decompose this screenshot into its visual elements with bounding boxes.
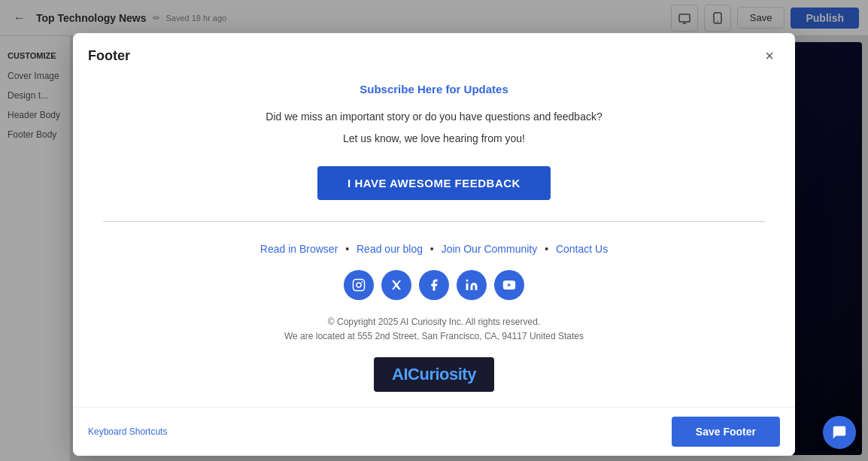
modal-close-button[interactable]: ×: [759, 45, 780, 66]
brand-name-suffix: Curiosity: [408, 365, 476, 384]
copyright-line-1: © Copyright 2025 AI Curiosity Inc. All r…: [103, 315, 765, 329]
modal-footer: Keyboard Shortcuts Save Footer: [73, 407, 795, 456]
twitter-icon-button[interactable]: [381, 270, 411, 300]
join-community-link[interactable]: Join Our Community: [442, 243, 538, 255]
feedback-button[interactable]: I HAVE AWESOME FEEDBACK: [317, 166, 551, 200]
footer-preview: Subscribe Here for Updates Did we miss a…: [103, 83, 765, 392]
contact-us-link[interactable]: Contact Us: [556, 243, 608, 255]
chat-icon: [831, 424, 848, 441]
instagram-icon-button[interactable]: [344, 270, 374, 300]
twitter-icon: [390, 278, 403, 292]
instagram-icon: [352, 278, 366, 292]
youtube-icon: [502, 278, 516, 292]
modal-header: Footer ×: [73, 33, 795, 75]
facebook-icon: [427, 278, 441, 292]
copyright-line-2: We are located at 555 2nd Street, San Fr…: [103, 329, 765, 344]
svg-point-9: [466, 280, 469, 282]
svg-point-7: [361, 281, 363, 283]
svg-rect-8: [466, 284, 469, 290]
link-separator-3: •: [545, 243, 551, 255]
divider: [103, 221, 765, 222]
read-browser-link[interactable]: Read in Browser: [260, 243, 338, 255]
read-blog-link[interactable]: Read our blog: [357, 243, 423, 255]
svg-point-6: [357, 283, 361, 287]
footer-description-1: Did we miss an important story or do you…: [103, 109, 765, 125]
facebook-icon-button[interactable]: [419, 270, 449, 300]
modal-body: Subscribe Here for Updates Did we miss a…: [73, 75, 795, 407]
social-icons-row: [103, 270, 765, 300]
youtube-icon-button[interactable]: [494, 270, 524, 300]
modal-title: Footer: [88, 48, 130, 64]
copyright-text: © Copyright 2025 AI Curiosity Inc. All r…: [103, 315, 765, 344]
link-separator-2: •: [430, 243, 437, 255]
keyboard-shortcuts-link[interactable]: Keyboard Shortcuts: [88, 426, 167, 437]
svg-rect-5: [354, 280, 365, 291]
footer-links: Read in Browser • Read our blog • Join O…: [103, 243, 765, 255]
chat-bubble-button[interactable]: [823, 416, 856, 449]
footer-description-2: Let us know, we love hearing from you!: [103, 131, 765, 147]
link-separator-1: •: [345, 243, 352, 255]
save-footer-button[interactable]: Save Footer: [672, 417, 780, 447]
subscribe-title: Subscribe Here for Updates: [103, 83, 765, 96]
brand-logo: AICuriosity: [374, 357, 494, 392]
footer-modal: Footer × Subscribe Here for Updates Did …: [73, 33, 795, 456]
brand-name-prefix: AI: [392, 365, 408, 384]
linkedin-icon-button[interactable]: [457, 270, 487, 300]
linkedin-icon: [465, 278, 478, 292]
